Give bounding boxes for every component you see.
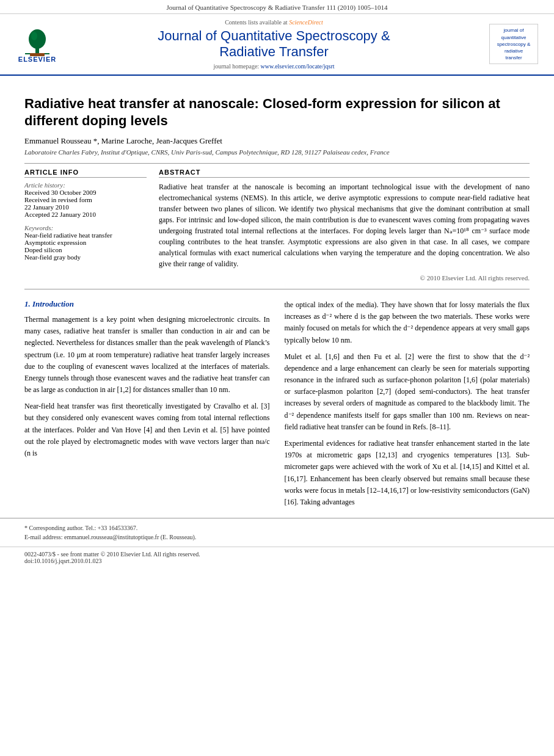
keyword-3: Doped silicon: [24, 246, 147, 253]
journal-homepage: journal homepage: www.elsevier.com/locat…: [65, 63, 483, 70]
body-columns: 1. Introduction Thermal management is a …: [0, 299, 554, 513]
elsevier-logo-area: ELSEVIER: [10, 25, 65, 63]
body-right-column: the optical index of the media). They ha…: [285, 299, 530, 513]
journal-title-area: Contents lists available at ScienceDirec…: [65, 19, 483, 70]
info-abstract-columns: ARTICLE INFO Article history: Received 3…: [24, 169, 530, 282]
copyright-line: © 2010 Elsevier Ltd. All rights reserved…: [159, 274, 530, 282]
article-info-header: ARTICLE INFO: [24, 169, 147, 178]
contents-label: Contents lists available at: [225, 19, 287, 26]
abstract-header: ABSTRACT: [159, 169, 530, 178]
elsevier-wordmark: ELSEVIER: [18, 56, 56, 63]
homepage-url[interactable]: www.elsevier.com/locate/jqsrt: [261, 63, 335, 70]
journal-title: Journal of Quantitative Spectroscopy & R…: [65, 28, 483, 60]
body-right-paragraph-1: the optical index of the media). They ha…: [285, 299, 530, 346]
svg-point-1: [29, 29, 46, 49]
article-content: Radiative heat transfer at nanoscale: Cl…: [0, 76, 554, 289]
divider-1: [24, 163, 530, 164]
bottom-footer: 0022-4073/$ - see front matter © 2010 El…: [0, 547, 554, 568]
received-date: Received 30 October 2009: [24, 189, 147, 196]
article-title: Radiative heat transfer at nanoscale: Cl…: [24, 95, 530, 130]
article-affiliation: Laboratoire Charles Fabry, Institut d'Op…: [24, 148, 530, 156]
revised-label: Received in revised form: [24, 196, 147, 203]
keyword-4: Near-field gray body: [24, 253, 147, 261]
body-paragraph-2: Near-field heat transfer was first theor…: [24, 401, 270, 459]
keywords-label: Keywords:: [24, 224, 147, 231]
body-right-paragraph-2: Mulet et al. [1,6] and then Fu et al. [2…: [285, 351, 530, 433]
body-paragraph-1: Thermal management is a key point when d…: [24, 314, 270, 396]
footer-doi: doi:10.1016/j.jqsrt.2010.01.023: [24, 558, 530, 564]
journal-header: ELSEVIER Contents lists available at Sci…: [0, 14, 554, 76]
keyword-2: Asymptotic expression: [24, 239, 147, 246]
body-left-column: 1. Introduction Thermal management is a …: [24, 299, 270, 513]
footer-license: 0022-4073/$ - see front matter © 2010 El…: [24, 551, 530, 558]
journal-citation: Journal of Quantitative Spectroscopy & R…: [167, 4, 388, 11]
section1-title: 1. Introduction: [24, 299, 270, 309]
divider-2: [24, 289, 530, 289]
elsevier-tree-logo: [13, 25, 62, 56]
keyword-1: Near-field radiative heat transfer: [24, 231, 147, 239]
article-authors: Emmanuel Rousseau *, Marine Laroche, Jea…: [24, 136, 530, 146]
journal-thumbnail-area: journal ofquantitativespectroscopy &radi…: [483, 24, 544, 64]
abstract-column: ABSTRACT Radiative heat transfer at the …: [159, 169, 530, 282]
abstract-text: Radiative heat transfer at the nanoscale…: [159, 181, 530, 269]
sciencedirect-link[interactable]: ScienceDirect: [289, 19, 323, 26]
history-label: Article history:: [24, 181, 147, 189]
article-info-column: ARTICLE INFO Article history: Received 3…: [24, 169, 147, 282]
revised-date: 22 January 2010: [24, 203, 147, 211]
footnote-email: E-mail address: emmanuel.rousseau@instit…: [24, 532, 530, 542]
sciencedirect-bar: Contents lists available at ScienceDirec…: [65, 19, 483, 26]
journal-thumbnail: journal ofquantitativespectroscopy &radi…: [489, 24, 538, 64]
footnote-area: * Corresponding author. Tel.: +33 164533…: [0, 518, 554, 542]
body-right-paragraph-3: Experimental evidences for radiative hea…: [285, 438, 530, 508]
footnote-corresponding: * Corresponding author. Tel.: +33 164533…: [24, 523, 530, 532]
accepted-date: Accepted 22 January 2010: [24, 211, 147, 218]
top-metadata-bar: Journal of Quantitative Spectroscopy & R…: [0, 0, 554, 14]
svg-point-2: [31, 32, 37, 40]
